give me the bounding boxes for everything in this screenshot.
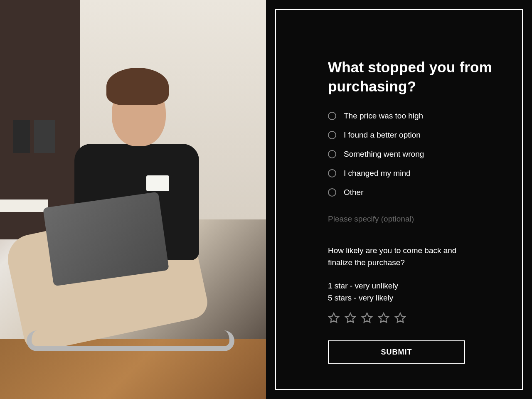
scale-hint-low: 1 star - very unlikely <box>328 280 494 292</box>
star-icon <box>394 312 406 324</box>
radio-label: The price was too high <box>344 111 423 121</box>
star-5[interactable] <box>394 312 406 324</box>
star-icon <box>328 312 340 324</box>
svg-marker-3 <box>379 313 388 322</box>
radio-icon <box>328 150 336 158</box>
radio-option-price[interactable]: The price was too high <box>328 111 494 121</box>
star-3[interactable] <box>361 312 373 324</box>
radio-icon <box>328 112 336 120</box>
radio-label: Something went wrong <box>344 150 424 159</box>
radio-option-better[interactable]: I found a better option <box>328 131 494 140</box>
radio-option-changed-mind[interactable]: I changed my mind <box>328 169 494 178</box>
survey-heading: What stopped you from purchasing? <box>328 58 494 96</box>
radio-option-other[interactable]: Other <box>328 188 494 197</box>
radio-option-wrong[interactable]: Something went wrong <box>328 150 494 159</box>
radio-icon <box>328 131 336 139</box>
hero-image <box>0 0 266 399</box>
radio-label: I found a better option <box>344 131 421 140</box>
scale-hint-high: 5 stars - very likely <box>328 292 494 304</box>
specify-input[interactable] <box>328 212 465 228</box>
star-icon <box>378 312 389 324</box>
radio-label: Other <box>344 188 364 197</box>
star-4[interactable] <box>378 312 389 324</box>
svg-marker-4 <box>395 313 405 322</box>
star-icon <box>361 312 373 324</box>
survey-panel: What stopped you from purchasing? The pr… <box>266 0 532 399</box>
svg-marker-1 <box>345 313 355 322</box>
photo-placeholder <box>0 0 266 399</box>
star-1[interactable] <box>328 312 340 324</box>
star-icon <box>345 312 356 324</box>
reason-radio-group: The price was too high I found a better … <box>328 111 494 197</box>
star-rating <box>328 312 494 324</box>
survey-card: What stopped you from purchasing? The pr… <box>275 9 523 390</box>
star-2[interactable] <box>345 312 356 324</box>
scale-hint: 1 star - very unlikely 5 stars - very li… <box>328 280 494 304</box>
radio-icon <box>328 169 336 177</box>
radio-icon <box>328 188 336 197</box>
likelihood-question: How likely are you to come back and fina… <box>328 245 469 268</box>
radio-label: I changed my mind <box>344 169 411 178</box>
submit-button[interactable]: SUBMIT <box>328 340 465 364</box>
svg-marker-2 <box>362 313 372 322</box>
svg-marker-0 <box>329 313 338 322</box>
